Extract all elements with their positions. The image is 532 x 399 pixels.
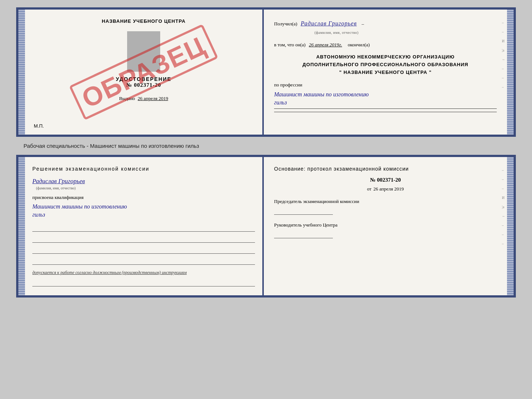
- osnova-section: Основание: протокол экзаменационной коми…: [274, 166, 497, 238]
- extra-line-1: [32, 224, 255, 232]
- commission-person-name: Радислав Григорьев: [32, 178, 85, 185]
- top-right-content: Получил(а) Радислав Григорьев – (фамилия…: [274, 18, 497, 112]
- dash1: –: [362, 21, 364, 26]
- underline-field-1: [274, 108, 497, 109]
- photo-placeholder: [127, 31, 160, 72]
- right-strip: [507, 10, 514, 135]
- commission-section: Решением экзаменационной комиссии Радисл…: [32, 166, 255, 286]
- bottom-left-strip: [18, 157, 25, 295]
- org-line1: АВТОНОМНУЮ НЕКОММЕРЧЕСКУЮ ОРГАНИЗАЦИЮ: [274, 53, 497, 61]
- mp-label: М.П.: [34, 123, 44, 129]
- completed-label: окончил(а): [348, 42, 370, 47]
- protocol-date-prefix: от: [367, 186, 371, 192]
- bottom-left-page: Решением экзаменационной комиссии Радисл…: [25, 157, 264, 295]
- received-name: Радислав Григорьев: [301, 20, 357, 26]
- bottom-document: Решением экзаменационной комиссии Радисл…: [16, 155, 516, 298]
- org-line2: ДОПОЛНИТЕЛЬНОГО ПРОФЕССИОНАЛЬНОГО ОБРАЗО…: [274, 61, 497, 69]
- org-block: АВТОНОМНУЮ НЕКОММЕРЧЕСКУЮ ОРГАНИЗАЦИЮ ДО…: [274, 53, 497, 76]
- bottom-right-side-marks: – – – И ¦а ← – – –: [502, 168, 506, 246]
- profession-label: по профессии: [274, 81, 497, 89]
- received-line: Получил(а) Радислав Григорьев – (фамилия…: [274, 18, 497, 36]
- protocol-date-value: 26 апреля 2019: [373, 186, 404, 192]
- top-right-page: Получил(а) Радислав Григорьев – (фамилия…: [264, 10, 507, 135]
- left-strip: [18, 10, 25, 135]
- in-that-text: в том, что он(а): [274, 42, 306, 47]
- head-label: Руководитель учебного Центра: [274, 222, 497, 228]
- received-label: Получил(а): [274, 21, 297, 26]
- bottom-right-page: Основание: протокол экзаменационной коми…: [264, 157, 507, 295]
- extra-line-3: [32, 246, 255, 254]
- chair-sign-line: [274, 207, 333, 215]
- top-left-title: НАЗВАНИЕ УЧЕБНОГО ЦЕНТРА: [32, 18, 255, 24]
- protocol-number: № 002371-20: [274, 177, 497, 183]
- top-document: НАЗВАНИЕ УЧЕБНОГО ЦЕНТРА УДОСТОВЕРЕНИЕ №…: [16, 7, 516, 137]
- head-sign-line: [274, 230, 333, 238]
- osnova-title: Основание: протокол экзаменационной коми…: [274, 166, 497, 172]
- chair-label: Председатель экзаменационной комиссии: [274, 199, 497, 204]
- head-sign-block: Руководитель учебного Центра: [274, 222, 497, 238]
- bottom-fio-caption: (фамилия, имя, отчество): [36, 186, 76, 190]
- chair-sign-block: Председатель экзаменационной комиссии: [274, 199, 497, 215]
- completed-date: 26 апреля 2019г.: [309, 42, 342, 47]
- date-line: в том, что он(а) 26 апреля 2019г. окончи…: [274, 41, 497, 49]
- org-line3: " НАЗВАНИЕ УЧЕБНОГО ЦЕНТРА ": [274, 69, 497, 76]
- extra-lines: [32, 224, 255, 265]
- extra-line-2: [32, 235, 255, 243]
- top-left-page: НАЗВАНИЕ УЧЕБНОГО ЦЕНТРА УДОСТОВЕРЕНИЕ №…: [25, 10, 264, 135]
- underline-field-2: [274, 112, 497, 112]
- extra-line-4: [32, 257, 255, 265]
- profession-name: Машинист машины по изготовлению гильз: [274, 90, 497, 107]
- assigned-label: присвоена квалификация: [32, 195, 255, 200]
- допуск-underline: [32, 278, 255, 286]
- cert-label: УДОСТОВЕРЕНИЕ: [32, 76, 255, 82]
- right-side-marks: – – И ¦а ← – – –: [502, 21, 506, 89]
- commission-title: Решением экзаменационной комиссии: [32, 166, 255, 172]
- caption-text: Рабочая специальность - Машинист машины …: [24, 143, 199, 149]
- cert-number-box: УДОСТОВЕРЕНИЕ № 002371-20: [32, 76, 255, 88]
- issued-text: Выдано: [119, 96, 135, 101]
- fio-caption-top: (фамилия, имя, отчество): [314, 29, 359, 36]
- commission-name-block: Радислав Григорьев (фамилия, имя, отчест…: [32, 178, 255, 191]
- qualification-name: Машинист машины по изготовлению гильз: [32, 203, 255, 219]
- protocol-date: от 26 апреля 2019: [274, 186, 497, 192]
- допуск-text: допускается к работе согласно должностны…: [32, 270, 255, 275]
- issued-date: Выдано 26 апреля 2019: [32, 96, 255, 101]
- cert-number: № 002371-20: [32, 82, 255, 88]
- bottom-right-strip: [507, 157, 514, 295]
- issued-date-value: 26 апреля 2019: [138, 96, 168, 101]
